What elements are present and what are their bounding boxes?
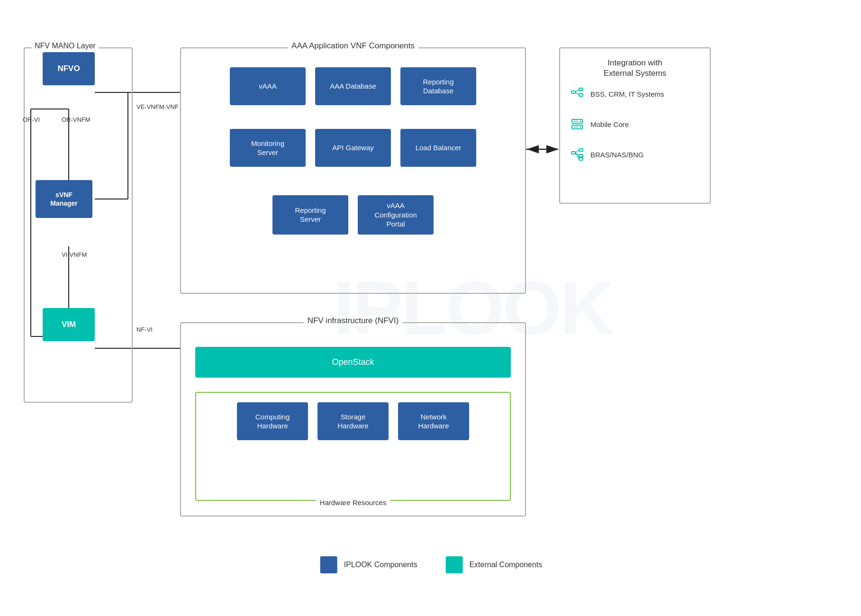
- bss-label: BSS, CRM, IT Systems: [590, 90, 664, 98]
- vaaa-block: vAAA: [230, 67, 306, 105]
- aaa-title: AAA Application VNF Components: [288, 41, 418, 51]
- integration-item-mobile: Mobile Core: [570, 117, 700, 132]
- api-gateway-block: API Gateway: [315, 129, 391, 167]
- integration-box: Integration withExternal Systems BSS, CR…: [559, 47, 711, 204]
- server-icon: [570, 117, 585, 132]
- hw-row: ComputingHardware StorageHardware Networ…: [206, 402, 500, 440]
- label-or-vnfm: OR-VNFM: [62, 116, 91, 123]
- svg-line-29: [575, 150, 579, 153]
- reporting-server-block: ReportingServer: [272, 195, 348, 235]
- mobile-core-label: Mobile Core: [590, 120, 629, 128]
- legend-iplook-box: [320, 556, 337, 573]
- integration-item-bras: BRAS/NAS/BNG: [570, 147, 700, 162]
- nfv-mano-title: NFV MANO Layer: [32, 42, 99, 50]
- label-ve-vnfm-vnf: VE-VNFM-VNF: [136, 103, 179, 110]
- integration-items: BSS, CRM, IT Systems Mobile Core: [570, 86, 700, 177]
- integration-title: Integration withExternal Systems: [560, 58, 710, 79]
- svg-rect-26: [579, 149, 583, 151]
- legend-external-label: External Components: [469, 561, 542, 569]
- label-or-vi: OR-VI: [23, 116, 40, 123]
- nfv-mano-box: NFV MANO Layer: [24, 47, 133, 403]
- svg-point-22: [580, 127, 581, 128]
- computing-hardware-block: ComputingHardware: [237, 402, 308, 440]
- legend-iplook: IPLOOK Components: [320, 556, 417, 573]
- aaa-box: AAA Application VNF Components vAAA AAA …: [180, 47, 526, 294]
- svg-rect-14: [571, 91, 575, 93]
- nfvo-label: NFVO: [57, 64, 80, 73]
- openstack-label: OpenStack: [332, 357, 374, 367]
- diagram-container: IPLOOK NFV MANO La: [14, 24, 848, 592]
- monitoring-server-block: MonitoringServer: [230, 129, 306, 167]
- nfvi-box: NFV infrastructure (NFVI) OpenStack Hard…: [180, 322, 526, 516]
- aaa-database-block: AAA Database: [315, 67, 391, 105]
- vnf-row1: vAAA AAA Database ReportingDatabase: [190, 67, 516, 105]
- svg-point-21: [580, 121, 581, 122]
- openstack-block: OpenStack: [195, 347, 511, 378]
- svg-rect-25: [571, 152, 575, 154]
- hw-resources-title: Hardware Resources: [316, 498, 390, 507]
- network-hardware-block: NetworkHardware: [398, 402, 469, 440]
- svg-line-18: [575, 92, 579, 95]
- legend: IPLOOK Components External Components: [320, 556, 543, 573]
- svnf-label: sVNFManager: [50, 190, 78, 208]
- label-nf-vi: NF-VI: [136, 326, 153, 333]
- load-balancer-block: Load Balancer: [400, 129, 476, 167]
- nfvi-title: NFV infrastructure (NFVI): [304, 316, 403, 326]
- vim-block: VIM: [43, 308, 95, 341]
- legend-external-box: [445, 556, 462, 573]
- switch-icon: [570, 147, 585, 162]
- vnf-row3: ReportingServer vAAAConfigurationPortal: [190, 195, 516, 235]
- vaaa-config-portal-block: vAAAConfigurationPortal: [358, 195, 434, 235]
- nfvo-block: NFVO: [43, 52, 95, 85]
- vim-label: VIM: [62, 320, 76, 329]
- legend-external: External Components: [445, 556, 542, 573]
- svnf-block: sVNFManager: [36, 180, 92, 218]
- network-icon: [570, 86, 585, 101]
- svg-rect-27: [579, 154, 583, 157]
- svg-rect-28: [579, 158, 583, 160]
- svg-rect-16: [579, 94, 583, 96]
- storage-hardware-block: StorageHardware: [317, 402, 389, 440]
- svg-line-17: [575, 90, 579, 92]
- label-vi-vnfm: VI-VNFM: [62, 251, 87, 258]
- vnf-row2: MonitoringServer API Gateway Load Balanc…: [190, 129, 516, 167]
- hw-resources-box: Hardware Resources ComputingHardware Sto…: [195, 392, 511, 501]
- integration-item-bss: BSS, CRM, IT Systems: [570, 86, 700, 101]
- legend-iplook-label: IPLOOK Components: [344, 561, 417, 569]
- svg-rect-15: [579, 88, 583, 91]
- reporting-database-block: ReportingDatabase: [400, 67, 476, 105]
- svg-line-31: [575, 153, 579, 159]
- bras-label: BRAS/NAS/BNG: [590, 151, 644, 159]
